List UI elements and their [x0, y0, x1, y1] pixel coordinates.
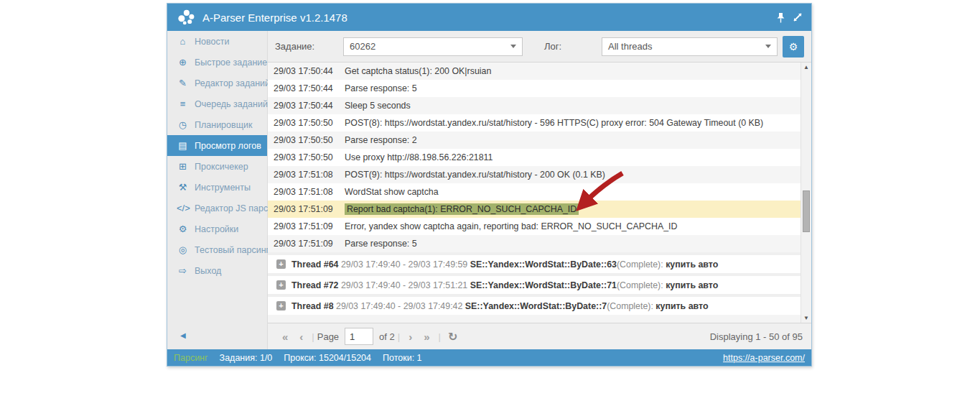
log-combobox[interactable]: All threads — [602, 37, 778, 56]
window-title: A-Parser Enterprise v1.2.1478 — [202, 12, 347, 24]
divider: | — [395, 331, 403, 342]
log-timestamp: 29/03 17:51:08 — [268, 170, 345, 180]
sidebar-item-label: Планировщик — [195, 120, 252, 130]
log-row[interactable]: 29/03 17:50:50Use proxy http://88.198.56… — [268, 149, 801, 166]
thread-summary: Thread #64 29/03 17:49:40 - 29/03 17:49:… — [291, 259, 718, 270]
page-number-input[interactable] — [345, 328, 373, 345]
log-panel: 29/03 17:50:44Get captcha status(1): 200… — [268, 63, 811, 323]
log-timestamp: 29/03 17:51:08 — [268, 187, 345, 197]
task-combobox[interactable]: 60262 — [343, 37, 523, 56]
log-message: POST(8): https://wordstat.yandex.ru/stat… — [345, 118, 763, 128]
log-message: Parse response: 5 — [345, 83, 417, 93]
log-settings-button[interactable]: ⚙ — [783, 36, 804, 58]
last-page-button[interactable]: » — [418, 331, 435, 343]
thread-row[interactable]: +Thread #72 29/03 17:49:40 - 29/03 17:51… — [268, 273, 801, 294]
log-timestamp: 29/03 17:50:50 — [268, 118, 345, 128]
log-combobox-value: All threads — [608, 41, 765, 52]
pagination-bar: « ‹ | Page of 2 | › » | ↻ Displaying 1 -… — [268, 323, 811, 349]
clock-icon: ◷ — [177, 119, 189, 130]
expand-thread-icon[interactable]: + — [276, 259, 286, 269]
chevron-down-icon — [510, 45, 516, 48]
app-window: A-Parser Enterprise v1.2.1478 ⌂Новости⊕Б… — [167, 3, 812, 367]
log-message: Use proxy http://88.198.56.226:21811 — [345, 152, 493, 162]
sidebar-item-scheduler[interactable]: ◷Планировщик — [167, 114, 267, 135]
log-timestamp: 29/03 17:50:44 — [268, 83, 345, 93]
sidebar-item-label: Новости — [195, 37, 229, 47]
page-label: Page — [317, 331, 339, 342]
exit-icon: ⇨ — [177, 265, 189, 276]
sidebar-item-news[interactable]: ⌂Новости — [167, 31, 267, 52]
log-row[interactable]: 29/03 17:51:08POST(9): https://wordstat.… — [268, 166, 801, 183]
log-timestamp: 29/03 17:50:50 — [268, 152, 345, 162]
scroll-down-icon[interactable]: ▼ — [801, 315, 811, 321]
status-bar: Парсинг Задания: 1/0 Прокси: 15204/15204… — [167, 349, 811, 366]
log-timestamp: 29/03 17:50:44 — [268, 66, 345, 76]
selected-text: Report bad captcha(1): ERROR_NO_SUCH_CAP… — [345, 203, 579, 215]
log-row[interactable]: 29/03 17:50:50Parse response: 2 — [268, 132, 801, 149]
a-parser-logo-icon — [176, 7, 196, 27]
threads-counter: Потоки: 1 — [383, 353, 422, 363]
log-row-highlighted[interactable]: 29/03 17:51:09Report bad captcha(1): ERR… — [268, 201, 801, 218]
content: Задание: 60262 Лог: All threads ⚙ 29/03 … — [268, 31, 811, 349]
sidebar-item-proxy-checker[interactable]: ⊞Проксичекер — [167, 156, 267, 177]
edit-icon: ✎ — [177, 78, 189, 88]
thread-summary: Thread #8 29/03 17:49:40 - 29/03 17:49:4… — [291, 301, 708, 311]
log-row[interactable]: 29/03 17:51:08WordStat show captcha — [268, 183, 801, 201]
page-of-label: of 2 — [379, 331, 395, 342]
tools-icon: ⚒ — [177, 182, 189, 193]
prev-page-button[interactable]: ‹ — [294, 331, 309, 343]
log-row[interactable]: 29/03 17:51:09Error, yandex show captcha… — [268, 218, 801, 235]
sidebar: ⌂Новости⊕Быстрое задание✎Редактор задани… — [167, 31, 268, 349]
pin-icon[interactable] — [776, 12, 785, 23]
sidebar-item-label: Выход — [195, 266, 221, 276]
sidebar-collapse-icon[interactable]: ◀ — [180, 331, 186, 339]
task-combobox-value: 60262 — [350, 41, 510, 52]
sidebar-item-label: Редактор заданий — [195, 78, 270, 88]
sidebar-item-exit[interactable]: ⇨Выход — [167, 260, 267, 281]
expand-icon[interactable] — [793, 12, 803, 22]
sidebar-item-label: Инструменты — [195, 183, 251, 193]
log-message: Parse response: 2 — [345, 135, 417, 145]
vertical-scrollbar[interactable]: ▲ ▼ — [801, 63, 811, 323]
log-timestamp: 29/03 17:50:50 — [268, 135, 345, 145]
sidebar-item-settings[interactable]: ⚙Настройки — [167, 218, 267, 239]
next-page-button[interactable]: › — [403, 331, 418, 343]
sidebar-item-test-parsing[interactable]: ◎Тестовый парсинг — [167, 239, 267, 260]
tasks-counter: Задания: 1/0 — [220, 353, 273, 363]
puzzle-icon: ⊕ — [177, 57, 189, 68]
sidebar-item-tools[interactable]: ⚒Инструменты — [167, 177, 267, 198]
scrollbar-thumb[interactable] — [803, 190, 810, 232]
log-row[interactable]: 29/03 17:50:50POST(8): https://wordstat.… — [268, 114, 801, 132]
sidebar-item-js-editor[interactable]: </>Редактор JS парс... — [167, 198, 267, 218]
sidebar-item-task-editor[interactable]: ✎Редактор заданий — [167, 73, 267, 93]
log-timestamp: 29/03 17:50:44 — [268, 101, 345, 111]
sidebar-item-label: Просмотр логов — [195, 141, 261, 151]
scroll-up-icon[interactable]: ▲ — [801, 64, 811, 70]
sitemap-icon: ⊞ — [177, 161, 189, 172]
log-timestamp: 29/03 17:51:09 — [268, 221, 345, 231]
log-row[interactable]: 29/03 17:50:44Get captcha status(1): 200… — [268, 63, 801, 80]
log-row[interactable]: 29/03 17:50:44Sleep 5 seconds — [268, 97, 801, 114]
log-message: WordStat show captcha — [345, 187, 439, 197]
refresh-icon[interactable]: ↻ — [444, 330, 462, 344]
sidebar-item-log-viewer[interactable]: ▤Просмотр логов — [167, 135, 267, 156]
sidebar-item-task-queue[interactable]: ≡Очередь заданий — [167, 93, 267, 114]
sidebar-item-label: Очередь заданий — [195, 99, 268, 109]
sidebar-item-label: Проксичекер — [195, 162, 248, 172]
expand-thread-icon[interactable]: + — [276, 280, 286, 290]
log-row[interactable]: 29/03 17:51:09Parse response: 5 — [268, 235, 801, 252]
thread-row[interactable]: +Thread #8 29/03 17:49:40 - 29/03 17:49:… — [268, 294, 801, 315]
task-label: Задание: — [275, 41, 343, 52]
thread-row[interactable]: +Thread #64 29/03 17:49:40 - 29/03 17:49… — [268, 252, 801, 273]
chevron-down-icon — [765, 45, 771, 48]
code-icon: </> — [177, 203, 189, 213]
expand-thread-icon[interactable]: + — [276, 301, 286, 310]
sidebar-item-quick-task[interactable]: ⊕Быстрое задание — [167, 52, 267, 73]
divider: | — [436, 331, 444, 342]
sidebar-item-label: Редактор JS парс... — [195, 203, 276, 213]
first-page-button[interactable]: « — [276, 331, 294, 343]
a-parser-site-link[interactable]: https://a-parser.com/ — [723, 353, 805, 363]
log-row[interactable]: 29/03 17:50:44Parse response: 5 — [268, 80, 801, 97]
log-timestamp: 29/03 17:51:09 — [268, 239, 345, 249]
log-message: Sleep 5 seconds — [345, 101, 411, 111]
